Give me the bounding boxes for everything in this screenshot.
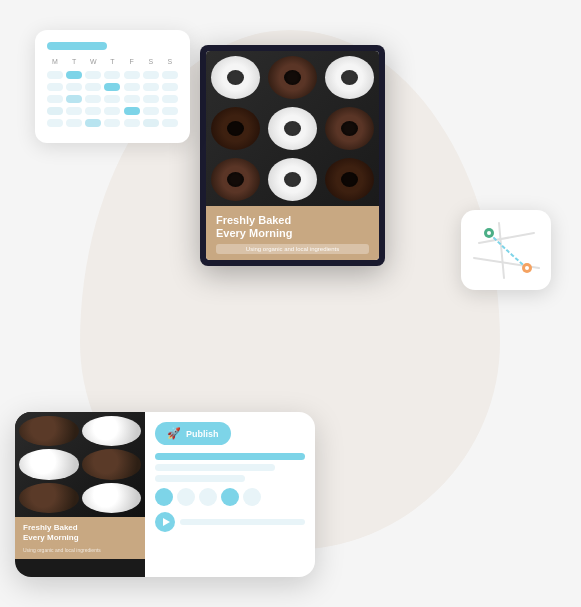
publish-button[interactable]: 🚀 Publish xyxy=(155,422,231,445)
media-circle-1 xyxy=(155,488,173,506)
cal-cell-active xyxy=(66,71,82,79)
cal-row-4 xyxy=(47,107,178,115)
cal-cell xyxy=(47,119,63,127)
map-svg xyxy=(469,218,544,283)
cal-cell xyxy=(124,83,140,91)
media-circle-3 xyxy=(199,488,217,506)
play-button-row xyxy=(155,512,305,532)
preview-donut-dark-1 xyxy=(19,416,79,446)
signage-subtitle: Using organic and local ingredients xyxy=(220,246,365,252)
play-button[interactable] xyxy=(155,512,175,532)
calendar-days-header: M T W T F S S xyxy=(47,58,178,65)
cal-cell xyxy=(162,119,178,127)
content-card: Freshly Baked Every Morning Using organi… xyxy=(15,412,315,577)
signage-display: Freshly Baked Every Morning Using organi… xyxy=(206,51,379,260)
day-m: M xyxy=(47,58,63,65)
day-s2: S xyxy=(162,58,178,65)
content-line-1 xyxy=(155,453,305,460)
cal-cell xyxy=(162,95,178,103)
donut-choco-1 xyxy=(211,107,260,150)
cal-cell-medium xyxy=(85,119,101,127)
preview-donut-grid xyxy=(15,412,145,517)
playback-bar xyxy=(180,519,305,525)
cal-cell xyxy=(124,119,140,127)
cal-cell xyxy=(66,83,82,91)
cal-row-1 xyxy=(47,71,178,79)
rocket-icon: 🚀 xyxy=(167,427,181,440)
donut-dark-1 xyxy=(268,56,317,99)
cal-cell xyxy=(143,83,159,91)
cal-cell xyxy=(104,119,120,127)
preview-donut-white-3 xyxy=(82,483,142,513)
cal-cell xyxy=(85,83,101,91)
donut-dark-2 xyxy=(325,107,374,150)
content-line-2 xyxy=(155,464,275,471)
cal-row-3 xyxy=(47,95,178,103)
day-t2: T xyxy=(104,58,120,65)
cal-cell xyxy=(124,95,140,103)
cal-cell xyxy=(124,71,140,79)
cal-cell xyxy=(47,71,63,79)
cal-cell xyxy=(143,71,159,79)
cal-row-5 xyxy=(47,119,178,127)
media-circle-4 xyxy=(221,488,239,506)
cal-cell xyxy=(162,107,178,115)
cal-cell-medium xyxy=(66,95,82,103)
location-map xyxy=(469,218,544,283)
cal-cell-active xyxy=(104,83,120,91)
location-widget xyxy=(461,210,551,290)
calendar-widget: M T W T F S S xyxy=(35,30,190,143)
svg-line-2 xyxy=(499,223,504,278)
cal-cell xyxy=(143,107,159,115)
card-preview-subtitle: Using organic and local ingredients xyxy=(23,547,137,553)
cal-cell xyxy=(47,95,63,103)
media-circles-row xyxy=(155,488,305,506)
cal-cell xyxy=(85,107,101,115)
donut-white-3 xyxy=(268,107,317,150)
day-s1: S xyxy=(143,58,159,65)
cal-cell xyxy=(85,71,101,79)
content-line-3 xyxy=(155,475,245,482)
card-image-preview: Freshly Baked Every Morning Using organi… xyxy=(15,412,145,577)
preview-donut-white-1 xyxy=(82,416,142,446)
play-icon xyxy=(163,518,170,526)
cal-cell xyxy=(104,71,120,79)
preview-donut-white-2 xyxy=(19,449,79,479)
donut-white-2 xyxy=(325,56,374,99)
cal-cell xyxy=(66,107,82,115)
signage-title: Freshly Baked Every Morning xyxy=(216,214,369,240)
media-circle-5 xyxy=(243,488,261,506)
day-f: F xyxy=(124,58,140,65)
donut-white-4 xyxy=(268,158,317,201)
day-t1: T xyxy=(66,58,82,65)
digital-signage-screen: Freshly Baked Every Morning Using organi… xyxy=(200,45,385,266)
preview-donut-dark-2 xyxy=(82,449,142,479)
card-preview-text: Freshly Baked Every Morning Using organi… xyxy=(15,517,145,559)
card-preview-title: Freshly Baked Every Morning xyxy=(23,523,137,544)
day-w: W xyxy=(85,58,101,65)
preview-donut-dark-3 xyxy=(19,483,79,513)
svg-point-4 xyxy=(487,231,491,235)
calendar-header-bar xyxy=(47,42,107,50)
card-top-area: Freshly Baked Every Morning Using organi… xyxy=(15,412,315,577)
donut-display-grid xyxy=(206,51,379,206)
cal-cell xyxy=(162,71,178,79)
signage-image xyxy=(206,51,379,206)
cal-row-2 xyxy=(47,83,178,91)
cal-cell xyxy=(162,83,178,91)
cal-cell xyxy=(104,95,120,103)
cal-cell-light xyxy=(47,107,63,115)
card-controls: 🚀 Publish xyxy=(145,412,315,577)
preview-donut-image xyxy=(15,412,145,517)
content-lines xyxy=(155,453,305,482)
donut-white-1 xyxy=(211,56,260,99)
cal-cell xyxy=(66,119,82,127)
publish-label: Publish xyxy=(186,429,219,439)
signage-subtitle-bar: Using organic and local ingredients xyxy=(216,244,369,254)
donut-dark-3 xyxy=(211,158,260,201)
cal-cell xyxy=(143,95,159,103)
cal-cell xyxy=(85,95,101,103)
cal-cell xyxy=(104,107,120,115)
svg-point-6 xyxy=(525,266,529,270)
scene: M T W T F S S xyxy=(0,0,581,607)
